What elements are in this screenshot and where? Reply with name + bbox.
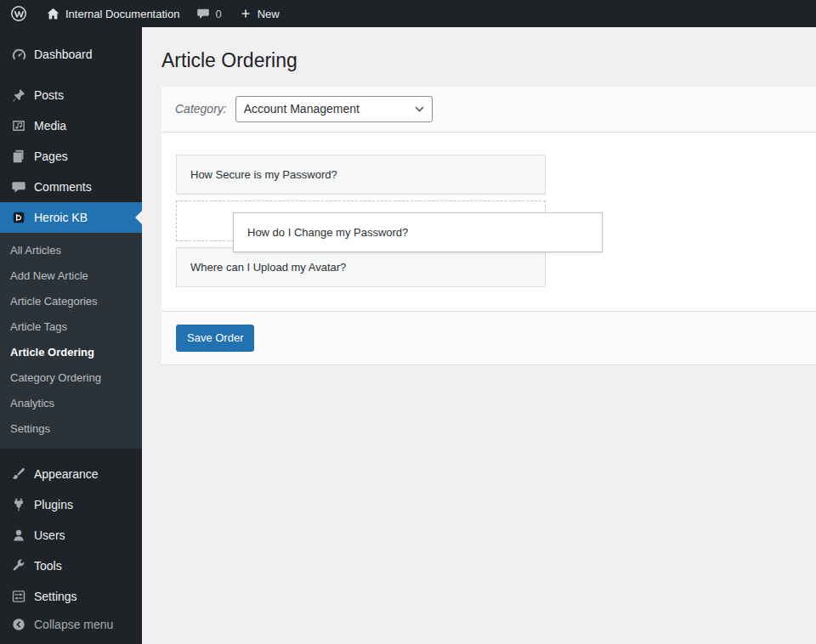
plugin-icon — [10, 496, 27, 513]
sidebar-item-label: Appearance — [34, 467, 99, 481]
sidebar-item-settings[interactable]: Settings — [0, 581, 142, 612]
submenu-item-settings[interactable]: Settings — [0, 416, 142, 442]
comment-count: 0 — [215, 8, 221, 20]
sidebar-item-label: Pages — [34, 150, 68, 163]
paintbrush-icon — [10, 466, 27, 483]
page-title: Article Ordering — [142, 27, 816, 87]
submenu-item-category-ordering[interactable]: Category Ordering — [0, 365, 142, 391]
new-label: New — [258, 8, 280, 20]
comments-icon — [10, 178, 27, 195]
category-label: Category: — [175, 102, 227, 116]
wordpress-logo[interactable] — [0, 0, 37, 27]
save-order-button[interactable]: Save Order — [176, 325, 254, 352]
menu-separator — [0, 70, 142, 80]
wrench-icon — [10, 557, 27, 574]
submenu-item-article-ordering[interactable]: Article Ordering — [0, 340, 142, 365]
site-name-link[interactable]: Internal Documentation — [37, 0, 188, 27]
article-item-dragging[interactable]: How do I Change my Password? — [233, 212, 603, 252]
admin-sidebar: Dashboard Posts Media Pages Commen — [0, 27, 142, 644]
article-item[interactable]: Where can I Upload my Avatar? — [176, 247, 546, 287]
sidebar-item-label: Media — [34, 119, 66, 133]
user-icon — [10, 527, 27, 544]
pushpin-icon — [10, 87, 27, 104]
comments-link[interactable]: 0 — [188, 0, 230, 27]
sidebar-item-label: Settings — [34, 590, 77, 603]
submenu-item-article-tags[interactable]: Article Tags — [0, 314, 142, 340]
wordpress-logo-icon — [10, 5, 27, 22]
category-select-wrap: Account Management — [235, 96, 433, 122]
category-bar: Category: Account Management — [162, 87, 816, 133]
site-name: Internal Documentation — [65, 8, 179, 20]
pages-icon — [10, 148, 27, 165]
sidebar-item-label: Heroic KB — [34, 211, 88, 224]
plus-icon — [239, 7, 252, 20]
heroic-kb-icon — [10, 209, 27, 226]
category-select[interactable]: Account Management — [235, 96, 433, 122]
collapse-menu-button[interactable]: Collapse menu — [0, 609, 142, 640]
collapse-menu-label: Collapse menu — [34, 618, 113, 631]
admin-bar: Internal Documentation 0 New — [0, 0, 816, 27]
home-icon — [46, 7, 60, 21]
submenu-item-all-articles[interactable]: All Articles — [0, 238, 142, 263]
heroic-kb-submenu: All Articles Add New Article Article Cat… — [0, 233, 142, 449]
submenu-item-analytics[interactable]: Analytics — [0, 391, 142, 416]
new-content-link[interactable]: New — [230, 0, 288, 27]
save-bar: Save Order — [162, 311, 816, 364]
article-sortable-list: How Secure is my Password? Where can I U… — [162, 133, 816, 311]
sidebar-item-label: Dashboard — [34, 48, 93, 61]
submenu-item-add-new-article[interactable]: Add New Article — [0, 263, 142, 289]
dashboard-icon — [10, 46, 27, 63]
sidebar-item-users[interactable]: Users — [0, 520, 142, 551]
sidebar-item-media[interactable]: Media — [0, 110, 142, 141]
sidebar-item-dashboard[interactable]: Dashboard — [0, 39, 142, 70]
collapse-arrow-icon — [10, 616, 27, 633]
sidebar-item-comments[interactable]: Comments — [0, 172, 142, 202]
sidebar-item-tools[interactable]: Tools — [0, 551, 142, 581]
sidebar-item-posts[interactable]: Posts — [0, 80, 142, 110]
settings-icon — [10, 588, 27, 605]
sidebar-item-heroic-kb[interactable]: Heroic KB — [0, 202, 142, 233]
sidebar-item-pages[interactable]: Pages — [0, 141, 142, 172]
article-item[interactable]: How Secure is my Password? — [176, 155, 546, 195]
sidebar-item-appearance[interactable]: Appearance — [0, 459, 142, 489]
sidebar-item-label: Posts — [34, 88, 64, 102]
submenu-item-article-categories[interactable]: Article Categories — [0, 289, 142, 314]
sidebar-item-label: Users — [34, 528, 65, 542]
sidebar-item-label: Comments — [34, 180, 92, 194]
media-icon — [10, 117, 27, 134]
sidebar-item-plugins[interactable]: Plugins — [0, 489, 142, 520]
ordering-panel: Category: Account Management How Secure … — [162, 87, 816, 365]
content-area: Article Ordering Category: Account Manag… — [142, 27, 816, 644]
menu-separator — [0, 449, 142, 459]
sidebar-item-label: Plugins — [34, 498, 73, 511]
comment-bubble-icon — [196, 7, 210, 20]
sidebar-item-label: Tools — [34, 559, 62, 573]
